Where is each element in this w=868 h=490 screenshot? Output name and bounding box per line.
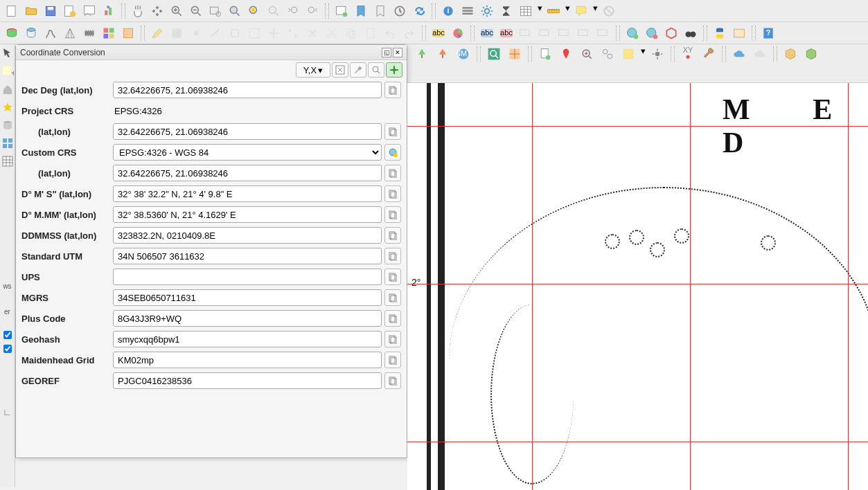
show-label-icon[interactable] (536, 24, 554, 42)
copy-pluscode-button[interactable] (384, 310, 401, 327)
identify-icon[interactable]: i (439, 2, 457, 20)
zoom-native-icon[interactable] (206, 2, 224, 20)
dropdown-arrow-icon[interactable]: ▾ (641, 46, 645, 62)
add-line-icon[interactable] (206, 24, 224, 42)
copy-decdeg-button[interactable] (384, 82, 401, 98)
grid-icon[interactable] (1, 137, 14, 149)
globe-add-icon[interactable] (623, 24, 641, 42)
attributes-table-icon[interactable] (517, 2, 535, 20)
sigma-icon[interactable] (497, 2, 515, 20)
copy-ddmmss-button[interactable] (384, 227, 401, 244)
datasource-manager-icon[interactable] (3, 24, 21, 42)
add-point-icon[interactable] (187, 24, 205, 42)
cloud-sync-icon[interactable] (750, 44, 770, 64)
xy-coord-icon[interactable]: XY (678, 44, 698, 64)
utm-input[interactable] (113, 248, 382, 264)
map-canvas[interactable]: M E D 2° (407, 83, 868, 490)
copy-geohash-button[interactable] (384, 331, 401, 347)
new-memory-icon[interactable] (80, 24, 98, 42)
python-icon[interactable] (711, 24, 729, 42)
db-icon[interactable] (1, 119, 14, 131)
label-abc-red-icon[interactable]: abc (497, 24, 515, 42)
doc-add-icon[interactable] (535, 44, 555, 64)
rotate-label-icon[interactable] (575, 24, 593, 42)
no-action-icon[interactable] (600, 2, 618, 20)
label-abc-yellow-icon[interactable]: abc (429, 24, 448, 42)
multi-zoom-icon[interactable] (598, 44, 617, 64)
zoom-selection-icon[interactable] (245, 2, 263, 20)
customcrs-latlon-input[interactable] (113, 165, 382, 181)
bookmarks-icon[interactable] (371, 2, 389, 20)
change-label-icon[interactable] (594, 24, 612, 42)
measure-icon[interactable] (544, 2, 563, 20)
cut-icon[interactable] (323, 24, 341, 42)
decdeg-input[interactable] (113, 82, 382, 98)
new-mesh-icon[interactable] (100, 24, 118, 42)
save-icon[interactable] (42, 2, 60, 20)
cube-green-icon[interactable] (801, 44, 821, 64)
new-virtual-icon[interactable] (119, 24, 137, 42)
settings-button[interactable] (350, 62, 366, 78)
ups-input[interactable] (113, 269, 382, 285)
new-layout-icon[interactable] (61, 2, 79, 20)
dms-input[interactable] (113, 185, 382, 202)
new-project-icon[interactable] (3, 2, 21, 20)
delete-feature-icon[interactable] (303, 24, 321, 42)
binoculars-icon[interactable] (682, 24, 700, 42)
pin-red-icon[interactable] (556, 44, 576, 64)
zoom-out-icon[interactable] (187, 2, 205, 20)
nmt-icon[interactable]: NMT (454, 44, 473, 64)
tree-orange-icon[interactable] (433, 44, 452, 64)
copy-ups-button[interactable] (384, 269, 401, 285)
cursor-icon[interactable] (1, 47, 14, 60)
zoom-last-icon[interactable] (284, 2, 302, 20)
open-folder-icon[interactable] (22, 2, 40, 20)
wrench-icon[interactable] (699, 44, 718, 64)
copy-maidenhead-button[interactable] (384, 352, 401, 368)
maidenhead-input[interactable] (113, 352, 382, 368)
cloud-icon[interactable] (729, 44, 749, 64)
copy-dms-button[interactable] (384, 185, 401, 202)
copy-icon[interactable] (342, 24, 360, 42)
style-manager-icon[interactable] (100, 2, 118, 20)
actions-icon[interactable] (459, 2, 477, 20)
layout-manager-icon[interactable] (80, 2, 98, 20)
collapse-arrow-icon[interactable]: ∟ (1, 406, 14, 418)
refresh-icon[interactable] (410, 2, 428, 20)
add-layer-icon[interactable]: + (1, 65, 14, 78)
dropdown-arrow-icon[interactable]: ▾ (538, 3, 542, 19)
coord-order-dropdown[interactable]: Y,X▾ (296, 62, 330, 78)
pluscode-input[interactable] (113, 310, 382, 327)
projectcrs-latlon-input[interactable] (113, 123, 382, 140)
zoom-in-icon[interactable] (168, 2, 186, 20)
star-icon[interactable] (1, 101, 14, 114)
pan-to-selection-icon[interactable] (148, 2, 166, 20)
dropdown-arrow-icon[interactable]: ▾ (565, 3, 569, 19)
customcrs-select[interactable]: EPSG:4326 - WGS 84 (113, 144, 382, 161)
tree-green-icon[interactable] (412, 44, 432, 64)
map-layers-icon[interactable] (505, 44, 524, 64)
maptips-icon[interactable] (572, 2, 590, 20)
panel-titlebar[interactable]: Coordinate Conversion ◱ ✕ (16, 45, 407, 60)
home-icon[interactable] (1, 83, 14, 96)
new-spatialite-icon[interactable] (61, 24, 79, 42)
new-shapefile-icon[interactable] (42, 24, 60, 42)
zoom-next-icon[interactable] (303, 2, 321, 20)
copy-customcrs-button[interactable] (384, 165, 401, 181)
edit-pencil-icon[interactable] (148, 24, 166, 42)
new-geopackage-icon[interactable] (22, 24, 40, 42)
zoom-full-icon[interactable] (226, 2, 244, 20)
hexagon-icon[interactable] (662, 24, 680, 42)
panel-close-button[interactable]: ✕ (393, 48, 402, 57)
move-feature-icon[interactable] (265, 24, 283, 42)
new-bookmark-icon[interactable] (352, 2, 370, 20)
copy-mgrs-button[interactable] (384, 289, 401, 306)
pan-icon[interactable] (129, 2, 147, 20)
select-rect-icon[interactable] (619, 44, 638, 64)
paste-icon[interactable] (362, 24, 380, 42)
zoom-to-button[interactable] (368, 62, 384, 78)
dmm-input[interactable] (113, 206, 382, 223)
save-edits-icon[interactable] (168, 24, 186, 42)
move-label-icon[interactable] (556, 24, 574, 42)
globe-remove-icon[interactable] (643, 24, 661, 42)
